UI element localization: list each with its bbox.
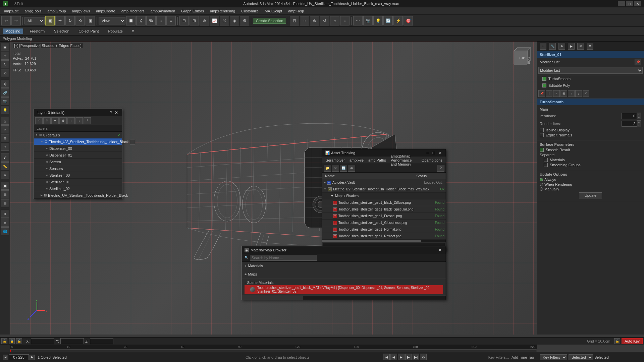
left-geom[interactable]: △ — [1, 117, 9, 125]
left-render[interactable]: ⚙ — [1, 210, 9, 218]
tab-freeform[interactable]: Freeform — [27, 28, 48, 34]
left-select[interactable]: ▣ — [1, 43, 9, 51]
asset-btn-help[interactable]: ? — [437, 165, 444, 172]
toolbar-icon-2[interactable]: ↔ — [300, 16, 309, 25]
toolbar-icon-3[interactable]: ⊕ — [310, 16, 319, 25]
layer-item-dispenser01[interactable]: ○ Dispenser_01 — [34, 152, 122, 159]
left-scale[interactable]: ⟲ — [1, 69, 9, 77]
iterations-input[interactable] — [622, 113, 637, 119]
maximize-button[interactable]: □ — [626, 1, 633, 6]
create-selection-btn[interactable]: Create Selection — [253, 18, 286, 24]
snaps-toggle[interactable]: 🔲 — [126, 16, 136, 25]
menu-maxscript[interactable]: MAXScript — [262, 8, 285, 14]
left-light[interactable]: 💡 — [1, 106, 9, 114]
left-space[interactable]: ✦ — [1, 143, 9, 151]
toolbar-icon-4[interactable]: ↺ — [320, 16, 329, 25]
toolbar-icon-6[interactable]: ↕ — [340, 16, 350, 25]
asset-menu-server[interactable]: Seramp;ver — [324, 158, 347, 163]
always-radio[interactable] — [540, 178, 543, 181]
tab-object-paint[interactable]: Object Paint — [76, 28, 102, 34]
modifier-dropdown[interactable]: Modifier List — [538, 67, 643, 74]
menu-animation[interactable]: amp;Animation — [148, 8, 178, 14]
materials-checkbox[interactable] — [544, 158, 548, 162]
asset-item-diffuse[interactable]: T Toothbrushes_sterilizer_geo1_black_Dif… — [322, 199, 446, 206]
layer-tool[interactable]: ⊕ — [200, 16, 209, 25]
layer-freeze-electric[interactable] — [130, 139, 135, 144]
timeline-prev-btn[interactable]: ◀ — [3, 355, 8, 360]
layer-help-icon[interactable]: ? — [110, 110, 112, 115]
layer-move-up[interactable]: ↑ — [67, 117, 75, 124]
layer-dialog-titlebar[interactable]: Layer: 0 (default) ? ✕ — [34, 109, 122, 116]
render-iters-down[interactable]: ▼ — [637, 124, 641, 127]
toolbar-undo[interactable]: ↩ — [1, 16, 11, 25]
material-search-input[interactable] — [250, 255, 317, 261]
y-input[interactable] — [60, 338, 84, 344]
modifier-icon-3[interactable]: ≡ — [553, 90, 560, 97]
key-filters-dropdown[interactable]: Key Filters — [540, 354, 567, 360]
left-paint[interactable]: 🖌 — [1, 154, 9, 162]
tab-populate[interactable]: Populate — [105, 28, 125, 34]
layer-item-default[interactable]: ▼ ⊞ 0 (default) ✓ — [34, 132, 122, 138]
playback-next-frame[interactable]: ▶ — [405, 354, 412, 360]
asset-item-specular[interactable]: T Toothbrushes_sterilizer_geo1_black_Spe… — [322, 206, 446, 213]
view-lock-btn[interactable]: 🔒 — [614, 338, 620, 344]
left-environment[interactable]: 🌐 — [1, 227, 9, 235]
left-edit[interactable]: ✏ — [1, 171, 9, 179]
asset-item-maxfile[interactable]: ▼ M Electric_UV_Sterilizer_Toothbrush_Ho… — [322, 186, 446, 193]
modifier-checkbox-turbo[interactable] — [542, 77, 546, 81]
toolbar-icon-9[interactable]: 💡 — [373, 16, 383, 25]
asset-item-fresnel[interactable]: T Toothbrushes_sterilizer_geo1_Fresnel.p… — [322, 213, 446, 220]
toolbar-icon-8[interactable]: 📷 — [363, 16, 373, 25]
left-camera[interactable]: 📷 — [1, 97, 9, 105]
coord-lock-scale[interactable]: 🔓 — [9, 338, 15, 344]
coord-lock-rot[interactable]: 🔓 — [16, 338, 22, 344]
menu-help[interactable]: amp;Help — [285, 8, 307, 14]
manually-radio[interactable] — [540, 187, 543, 191]
materials-header[interactable]: + Materials — [245, 263, 443, 268]
minimize-button[interactable]: ─ — [618, 1, 625, 6]
asset-minimize[interactable]: ─ — [425, 150, 431, 155]
modifier-icon-7[interactable]: ✕ — [583, 90, 589, 97]
tab-modeling[interactable]: Modeling — [3, 28, 23, 34]
select-tool[interactable]: ▣ — [45, 16, 55, 25]
modifier-icon-5[interactable]: ↑ — [568, 90, 575, 97]
scene-materials-header[interactable]: - Scene Materials — [245, 280, 443, 285]
tab-selection[interactable]: Selection — [51, 28, 72, 34]
view-dropdown[interactable]: View — [99, 17, 125, 24]
smooth-result-checkbox[interactable] — [540, 148, 544, 152]
playback-last[interactable]: ▶| — [413, 354, 419, 360]
modifier-turbosmoother[interactable]: TurboSmooth — [537, 75, 644, 82]
menu-edit[interactable]: amp;Edit — [1, 8, 21, 14]
left-helper[interactable]: ⊕ — [1, 134, 9, 142]
asset-scroll-thumb[interactable] — [322, 240, 421, 242]
viewport-3d[interactable]: [+] [Perspective] Shaded + Edged Faces] … — [10, 42, 537, 335]
angle-snap[interactable]: ∡ — [136, 16, 146, 25]
modifier-icon-1[interactable]: 📌 — [538, 90, 545, 97]
left-measure[interactable]: 📏 — [1, 162, 9, 170]
toolbar-icon-7[interactable]: ⋯ — [353, 16, 363, 25]
layer-move-down[interactable]: ↓ — [75, 117, 83, 124]
material-dialog-titlebar[interactable]: ◈ Material/Map Browser ✕ — [242, 246, 446, 254]
menu-views[interactable]: amp;Views — [69, 8, 93, 14]
left-layer[interactable]: ⊟ — [1, 199, 9, 207]
asset-menu-paths[interactable]: amp;Paths — [366, 158, 388, 163]
material-item-toothbrush[interactable]: Toothbrushes_sterilizer_geo1_black_MAT (… — [245, 285, 443, 294]
material-editor[interactable]: ◈ — [230, 16, 239, 25]
material-close[interactable]: ✕ — [437, 248, 443, 252]
modifier-icon-6[interactable]: ↓ — [575, 90, 582, 97]
panel-icon-modify[interactable]: 🔧 — [549, 43, 556, 50]
layer-item-electric2[interactable]: ▶ ⊡ Electric_UV_Sterilizer_Toothbrush_Ho… — [34, 192, 122, 199]
auto-key-btn[interactable]: Auto Key — [622, 338, 643, 344]
render-setup[interactable]: ⚙ — [240, 16, 249, 25]
toolbar-icon-1[interactable]: ⊡ — [290, 16, 299, 25]
left-shape[interactable]: ○ — [1, 125, 9, 133]
layer-item-dispenser00[interactable]: ○ Dispenser_00 — [34, 145, 122, 152]
panel-icon-create[interactable]: + — [540, 43, 546, 50]
left-snaps[interactable]: 🔲 — [1, 182, 9, 190]
spinner-snap[interactable]: ↕ — [156, 16, 166, 25]
asset-btn-1[interactable]: 📁 — [324, 165, 331, 172]
layer-item-sensors[interactable]: ○ Sensors — [34, 165, 122, 172]
navigation-cube[interactable]: TOP RIGHT — [507, 44, 534, 71]
asset-item-maps[interactable]: ▼ Maps / Shaders — [322, 193, 446, 199]
asset-item-glossiness[interactable]: T Toothbrushes_sterilizer_geo1_Glossines… — [322, 220, 446, 226]
